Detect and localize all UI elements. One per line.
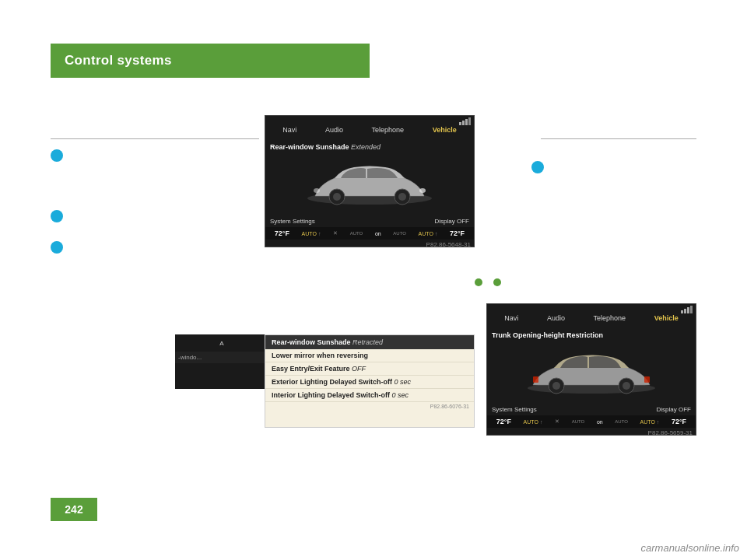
nav-audio-r: Audio (547, 314, 565, 322)
svg-point-2 (333, 193, 341, 201)
ref-bottom-right: P82.86-5659-31 (487, 428, 696, 438)
climate-auto-right2-r: AUTO ↑ (640, 419, 660, 425)
bullet-item-3 (51, 241, 247, 254)
panel-partial: A -windo... (175, 334, 268, 389)
divider-top-left (51, 138, 259, 139)
screen-top-left: Navi Audio Telephone Vehicle Rear-window… (265, 115, 475, 247)
screen-right-title-text: Trunk Opening-height Restriction (492, 331, 603, 339)
climate-on: on (375, 231, 381, 236)
menu-item-interior: Interior Lighting Delayed Switch-off 0 s… (265, 389, 474, 402)
menu-header: Rear-window Sunshade Retracted (265, 335, 474, 349)
page-number: 242 (51, 498, 97, 521)
climate-temp-right-r: 72°F (672, 418, 686, 425)
climate-auto-right: AUTO (393, 231, 406, 236)
climate-auto-right2: AUTO ↑ (419, 231, 438, 236)
panel-label: A (219, 340, 223, 347)
header-bar: Control systems (51, 44, 370, 78)
climate-bar-top: 72°F AUTO ↑ ✕ AUTO on AUTO AUTO ↑ 72°F (265, 227, 474, 240)
screen-bottom-menu: Rear-window Sunshade Retracted Lower mir… (265, 334, 475, 428)
menu-ref: P82.86-6076-31 (265, 402, 474, 411)
bullet-icon-1 (51, 149, 63, 162)
climate-temp-right: 72°F (450, 229, 465, 237)
bottom-sys-right: System Settings (492, 406, 537, 413)
divider-top-right (541, 138, 696, 139)
screen-title-italic: Extended (351, 143, 381, 151)
nav-vehicle: Vehicle (433, 126, 457, 134)
svg-rect-13 (533, 376, 538, 383)
svg-point-4 (398, 193, 406, 201)
bottom-display-off: Display OFF (435, 218, 469, 225)
car-display-top (265, 153, 474, 215)
car-svg-top (292, 161, 447, 208)
bottom-sys-settings: System Settings (270, 218, 315, 225)
bullet-icon-right (531, 161, 544, 173)
menu-item-entry: Easy Entry/Exit Feature OFF (265, 362, 474, 376)
climate-bar-right: 72°F AUTO ↑ ✕ AUTO on AUTO AUTO ↑ 72°F (487, 415, 696, 428)
nav-audio: Audio (325, 126, 343, 134)
green-bullets-right (475, 278, 506, 286)
menu-item-mirror: Lower mirror when reversing (265, 349, 474, 362)
svg-point-9 (552, 382, 560, 390)
svg-rect-12 (644, 376, 650, 383)
panel-nav: A (175, 334, 268, 352)
climate-auto-mid: AUTO (350, 231, 363, 236)
bullet-item-right (531, 161, 696, 173)
panel-rear-window: -windo... (175, 352, 268, 363)
climate-auto-right-r: AUTO (615, 419, 628, 424)
bullet-icon-2 (51, 210, 63, 222)
nav-telephone: Telephone (372, 126, 405, 134)
climate-auto-mid-r: AUTO (572, 419, 585, 424)
nav-telephone-r: Telephone (594, 314, 626, 322)
screen-bottom-right: Navi Audio Telephone Vehicle Trunk Openi… (486, 303, 696, 436)
nav-navi: Navi (282, 126, 296, 134)
bottom-display-right: Display OFF (657, 406, 691, 413)
car-display-right (487, 341, 696, 404)
svg-point-6 (314, 188, 320, 193)
green-bullet-2 (493, 278, 501, 286)
nav-navi-r: Navi (504, 314, 518, 322)
menu-item-exterior: Exterior Lighting Delayed Switch-off 0 s… (265, 376, 474, 389)
climate-auto-left-r: AUTO ↑ (524, 419, 543, 425)
ref-top-left: P82.86-5648-31 (265, 240, 474, 250)
nav-vehicle-r: Vehicle (654, 314, 679, 322)
climate-temp-left-r: 72°F (496, 418, 511, 425)
svg-point-11 (622, 382, 630, 390)
climate-temp-left: 72°F (275, 229, 289, 237)
bullet-item-2 (51, 210, 247, 222)
menu-header-bold: Rear-window Sunshade (272, 338, 351, 346)
screen-nav-bar-top: Navi Audio Telephone Vehicle (265, 119, 474, 141)
climate-on-r: on (597, 419, 603, 425)
green-bullet-1 (475, 278, 482, 286)
screen-top-title: Rear-window Sunshade Extended (265, 141, 474, 153)
screen-bottom-bar-right: System Settings Display OFF (487, 404, 696, 415)
menu-header-italic: Retracted (352, 338, 383, 346)
header-title: Control systems (65, 53, 172, 68)
climate-fan-r: ✕ (555, 418, 559, 425)
bullet-item-1 (51, 149, 247, 162)
svg-point-5 (419, 188, 426, 193)
screen-title-bold: Rear-window Sunshade (270, 143, 349, 151)
screen-nav-bar-right: Navi Audio Telephone Vehicle (487, 307, 696, 329)
screen-right-title: Trunk Opening-height Restriction (487, 329, 696, 341)
climate-auto-left: AUTO ↑ (302, 231, 321, 236)
watermark: carmanualsonline.info (641, 542, 739, 554)
climate-fan: ✕ (333, 230, 338, 236)
bullet-icon-3 (51, 241, 63, 254)
car-svg-right (514, 349, 669, 396)
screen-bottom-bar-top: System Settings Display OFF (265, 215, 474, 227)
